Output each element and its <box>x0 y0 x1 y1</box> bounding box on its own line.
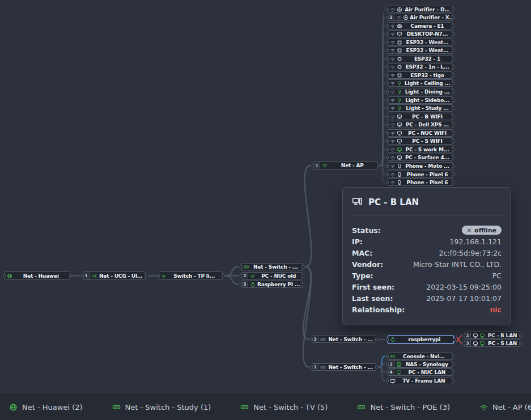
phone-icon <box>397 172 402 177</box>
node-badge: 1 <box>83 272 90 279</box>
node-ap-3[interactable]: DESKTOP-N7... <box>388 30 453 37</box>
node-ap-18[interactable]: PC - Surface 4... <box>388 154 453 161</box>
node-ap-12[interactable]: Light - Study ... <box>388 104 453 112</box>
device-details-popup: PC - B LAN Status:✕offlineIP:192.168.1.1… <box>342 187 511 325</box>
node-badge: 3 <box>312 336 318 342</box>
wifi-icon <box>390 114 396 120</box>
ethernet-icon <box>244 264 249 270</box>
left-port <box>386 139 389 142</box>
node-ap-19[interactable]: Phone - Moto ... <box>388 162 453 169</box>
node-net-switch-main[interactable]: Net - Switch - ... <box>241 263 303 270</box>
node-ap-17[interactable]: PC - S work M... <box>388 146 453 153</box>
node-label: Phone - Pixel 6 <box>402 180 452 185</box>
popup-row-value: 192.168.1.121 <box>450 237 502 246</box>
tab-net-switch-poe-3[interactable]: Net - Switch - POE (3) <box>349 394 458 420</box>
tab-label: Net - Switch - Study (1) <box>125 403 211 411</box>
node-ap-13[interactable]: PC - B WIFI <box>388 113 453 120</box>
monitor-icon <box>473 333 478 338</box>
popup-row-label: MAC: <box>352 249 372 257</box>
node-ap-7[interactable]: ESP32 - 1n - L... <box>388 63 453 70</box>
node-ap-20[interactable]: Phone - Pixel 6 <box>388 171 453 178</box>
popup-rows: Status:✕offlineIP:192.168.1.121MAC:2c:f0… <box>343 215 511 315</box>
node-tv-frame-lan[interactable]: TV - Frame LAN <box>388 377 453 384</box>
right-port <box>301 265 304 268</box>
ethernet-icon <box>320 364 326 370</box>
node-ap-11[interactable]: Light - Sidebo... <box>388 96 453 104</box>
node-ap-8[interactable]: ESP32 - tigo <box>388 71 453 79</box>
node-ap-21[interactable]: Phone - Pixel 6 <box>388 179 453 186</box>
node-net-huawei[interactable]: Net - Huawei <box>5 271 70 280</box>
node-ap-5[interactable]: ESP32 - Weat... <box>388 46 453 54</box>
left-port <box>386 32 389 35</box>
node-ap-1[interactable]: 2Air Purifier - X... <box>388 14 453 21</box>
monitor-icon <box>397 31 402 37</box>
node-label: Air Purifier - X... <box>409 15 452 20</box>
node-ap-14[interactable]: PC - Dell XPS ... <box>388 121 453 128</box>
wifi-icon <box>390 56 396 62</box>
popup-row: MAC:2c:f0:5d:9e:73:2c <box>352 247 502 258</box>
node-label: raspberrypi <box>396 337 454 342</box>
right-port <box>452 371 454 374</box>
node-ap-0[interactable]: Air Purifier - D... <box>388 6 453 13</box>
left-port <box>310 366 313 368</box>
wifi-icon <box>479 403 488 411</box>
left-port <box>386 173 389 176</box>
node-net-ap[interactable]: 1Net - AP <box>313 162 378 169</box>
node-ap-15[interactable]: PC - NUC WIFI <box>388 129 453 137</box>
node-label: Light - Study ... <box>402 105 452 111</box>
node-pc-nuc-old[interactable]: 2PC - NUC old <box>241 272 303 279</box>
node-label: Net - Switch - ... <box>326 337 376 342</box>
wifi-icon <box>390 40 396 45</box>
node-pc-s-lan[interactable]: 3PC - S LAN <box>464 340 520 347</box>
chip-icon <box>397 40 402 45</box>
ethernet-icon <box>240 403 249 411</box>
node-label: DESKTOP-N7... <box>402 31 452 37</box>
node-net-switch-b[interactable]: 1Net - Switch - ... <box>312 363 376 371</box>
node-ap-16[interactable]: PC - S WIFI <box>388 137 453 145</box>
node-nas-synology[interactable]: 2NAS - Synology <box>388 360 453 368</box>
node-ap-9[interactable]: Light - Ceiling ... <box>388 79 453 87</box>
right-port <box>452 8 454 11</box>
right-port <box>452 24 454 27</box>
right-port <box>452 164 454 167</box>
popup-row-label: First seen: <box>352 283 394 291</box>
node-label: Net - Huawei <box>12 273 70 279</box>
node-ap-2[interactable]: Camera - E1 <box>388 22 453 29</box>
popup-row-value: 2c:f0:5d:9e:73:2c <box>439 249 502 257</box>
wifi-icon <box>390 130 396 136</box>
node-pc-b-lan[interactable]: 2PC - B LAN <box>464 332 520 339</box>
console-icon <box>390 354 396 359</box>
node-pc-nuc-lan[interactable]: 4PC - NUC LAN <box>388 368 453 376</box>
node-label: Console - Nvi... <box>396 354 453 359</box>
node-ap-4[interactable]: ESP32 - Weat... <box>388 39 453 46</box>
node-switch-tp[interactable]: Switch - TP li... <box>159 271 223 280</box>
popup-row-label: Last seen: <box>352 294 393 303</box>
right-port <box>452 148 454 151</box>
monitor-icon <box>397 138 402 144</box>
right-port <box>452 99 454 101</box>
node-ap-10[interactable]: Light - Dining ... <box>388 88 453 95</box>
tab-net-switch-study-1[interactable]: Net - Switch - Study (1) <box>104 394 219 420</box>
popup-row-value: 2025-07-17 10:01:07 <box>426 294 502 303</box>
ethernet-icon <box>357 403 366 411</box>
tab-net-huawei-2[interactable]: Net - Huawei (2) <box>1 394 91 420</box>
node-raspberrypi[interactable]: raspberrypi <box>388 336 454 343</box>
popup-row: Last seen:2025-07-17 10:01:07 <box>352 292 502 304</box>
monitor-icon <box>397 147 402 152</box>
bulb-icon <box>397 105 402 111</box>
node-raspberry-pi-old[interactable]: 5Raspberry PI ... <box>241 281 303 288</box>
tab-net-switch-tv-5[interactable]: Net - Switch - TV (5) <box>232 394 335 420</box>
right-port <box>452 107 454 109</box>
node-net-switch-a[interactable]: 3Net - Switch - ... <box>312 336 376 343</box>
left-port <box>386 8 389 11</box>
node-label: ESP32 - tigo <box>402 73 452 78</box>
chip-icon <box>397 64 402 70</box>
tab-net-ap-63[interactable]: Net - AP (63) <box>471 394 531 420</box>
node-ap-6[interactable]: ESP32 - 1 <box>388 55 453 62</box>
node-net-ucg[interactable]: 1Net - UCG - Ul... <box>83 271 146 280</box>
bulb-icon <box>397 97 402 103</box>
node-console-nvidia[interactable]: Console - Nvi... <box>388 353 453 360</box>
wifi-icon <box>390 73 396 78</box>
node-label: TV - Frame LAN <box>396 378 453 384</box>
phone-icon <box>397 180 402 185</box>
